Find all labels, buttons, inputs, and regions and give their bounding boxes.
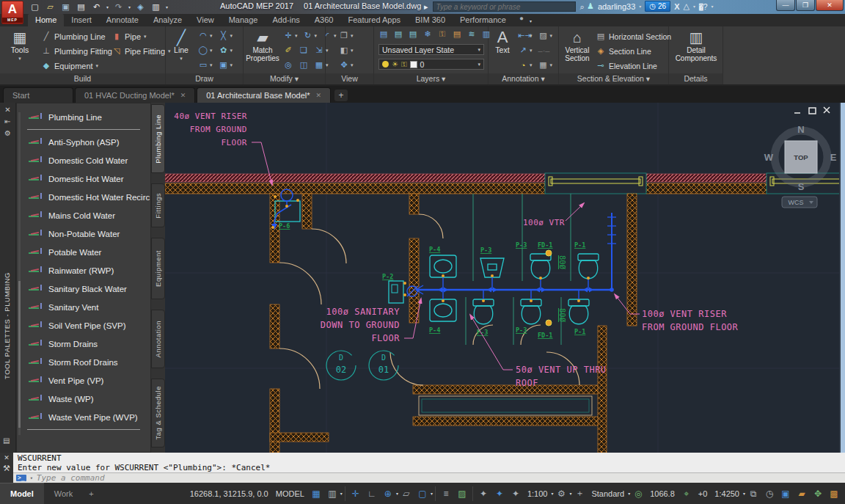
notification-badge[interactable]: ◷26 (645, 1, 670, 12)
viewport-scale[interactable]: 1:4250 (711, 489, 743, 498)
signed-in-user[interactable]: adarling33 (598, 2, 635, 11)
isolate-objects-icon[interactable]: ◎ (631, 486, 645, 501)
redo-icon[interactable]: ↷ (113, 2, 124, 12)
palette-tab-equipment[interactable]: Equipment (151, 238, 165, 299)
undo-icon[interactable]: ↶ (91, 2, 102, 12)
palette-tab-annotation[interactable]: Annotation (151, 310, 165, 368)
doc-close-icon[interactable] (824, 107, 830, 113)
open-in-desktop-icon[interactable]: ▩ (827, 486, 841, 501)
palette-item-non-potable[interactable]: Non-Potable Water (17, 224, 150, 243)
palette-item-storm-drains[interactable]: Storm Drains (17, 335, 150, 353)
user-dropdown[interactable]: ▾ (639, 4, 641, 9)
viewcube-south[interactable]: S (798, 181, 805, 192)
pipe-button[interactable]: ▮Pipe▾ (111, 32, 147, 41)
tab-insert[interactable]: Insert (64, 14, 99, 26)
palette-properties-icon[interactable]: ⚙ (4, 129, 11, 141)
tab-performance[interactable]: Performance (453, 14, 513, 26)
pipe-fitting-button[interactable]: ◹Pipe Fitting▾ (111, 46, 171, 56)
centerline-button[interactable]: –·– (538, 46, 549, 55)
palette-scrollbar[interactable] (18, 112, 21, 435)
plumbing-fitting-button[interactable]: ⊥Plumbing Fitting (41, 46, 112, 56)
annotation-scale-button[interactable]: ◔▾ (518, 61, 533, 70)
layer-match-icon[interactable]: ≋ (467, 29, 477, 39)
command-close-icon[interactable]: ✕ (4, 454, 10, 461)
section-line-button[interactable]: ◈Section Line (596, 46, 651, 56)
a360-icon[interactable]: △ (683, 1, 689, 11)
region-button[interactable]: ▣▾ (219, 60, 233, 70)
palette-item-plumbing-line[interactable]: Plumbing Line (17, 108, 150, 126)
hardware-accel-icon[interactable]: ▣ (778, 486, 793, 501)
replace-z-icon[interactable]: ⌖ (679, 486, 694, 501)
palette-close-icon[interactable]: ✕ (4, 106, 10, 117)
tab-view[interactable]: View (189, 14, 222, 26)
layer-make-current-icon[interactable]: ▤ (452, 29, 462, 39)
tab-featured-apps[interactable]: Featured Apps (340, 14, 408, 26)
layer-properties-icon[interactable]: ▤ (378, 29, 389, 39)
palette-item-rainwater[interactable]: Rainwater (RWP) (17, 261, 150, 280)
graphics-performance-icon[interactable]: ⧉ (746, 486, 761, 501)
save-icon[interactable]: ▣ (60, 2, 71, 12)
layer-lock-icon[interactable]: ⚿ (437, 29, 447, 39)
osnap-icon[interactable]: ▢ (415, 486, 430, 501)
annotation-scale-button[interactable]: 1:100 (524, 489, 552, 498)
offset-button[interactable]: ◎ (283, 60, 293, 70)
circle-button[interactable]: ◯▾ (198, 45, 213, 55)
new-layout-button[interactable]: + (83, 483, 99, 504)
trusted-autoloader-icon[interactable]: ▰ (794, 486, 809, 501)
mirror-button[interactable]: ◫ (299, 60, 309, 70)
command-input-row[interactable]: >_ ▾ Type a command (13, 472, 845, 483)
layer-on-icon[interactable] (382, 61, 389, 67)
model-tab[interactable]: Model (0, 483, 44, 504)
new-file-icon[interactable]: ▢ (29, 2, 40, 12)
palette-item-anti-syphon[interactable]: Anti-Syphon (ASP) (17, 133, 150, 151)
panel-label-build[interactable]: Build (0, 73, 165, 84)
tools-button[interactable]: ▦ Tools▾ (3, 29, 37, 62)
standard-dropdown[interactable]: Standard (588, 489, 628, 498)
canvas-scrollbar[interactable] (839, 103, 845, 453)
drawing-canvas[interactable]: P-6 P-2 P-4 P-3 P-3 FD-1 P-1 P-4 P-3 P-3… (165, 103, 845, 453)
annotation-monitor-plus-icon[interactable]: ＋ (572, 486, 587, 501)
horizontal-section-button[interactable]: ▤Horizontal Section (596, 32, 671, 41)
tab-addins[interactable]: Add-ins (265, 14, 307, 26)
exchange-apps-icon[interactable]: X (674, 2, 679, 11)
workspace-gear-icon[interactable]: ⚙ (554, 486, 568, 501)
palette-item-potable[interactable]: Potable Water (17, 243, 150, 261)
viewcube-east[interactable]: E (830, 152, 837, 163)
isodraft-icon[interactable]: ▱ (399, 486, 414, 501)
layer-freeze-icon[interactable]: ❄ (422, 29, 433, 39)
rectangle-button[interactable]: ▭▾ (198, 60, 213, 70)
vertical-section-button[interactable]: ⌂ Vertical Section (560, 29, 594, 62)
tab-annotate[interactable]: Annotate (99, 14, 146, 26)
tab-a360[interactable]: A360 (307, 14, 341, 26)
clock-icon[interactable]: ◷ (762, 486, 777, 501)
viewcube-west[interactable]: W (764, 152, 774, 163)
lineweight-icon[interactable]: ≡ (439, 486, 453, 501)
share-icon[interactable]: ✥ (811, 486, 825, 501)
palette-tab-fittings[interactable]: Fittings (151, 183, 165, 227)
palette-item-sanitary-vent[interactable]: Sanitary Vent (17, 298, 150, 316)
panel-label-draw[interactable]: Draw (166, 73, 243, 84)
leader-button[interactable]: ↗▾ (518, 45, 533, 55)
table-button[interactable]: ▦▾ (538, 60, 553, 70)
erase-button[interactable]: ✐ (283, 45, 293, 55)
osnap-dropdown[interactable]: ▾ (431, 491, 433, 496)
layer-isolate-icon[interactable]: ▤ (408, 29, 418, 39)
palette-item-domestic-cold[interactable]: Domestic Cold Water (17, 151, 150, 169)
search-binoculars-icon[interactable]: ⌕ (580, 2, 585, 12)
open-file-icon[interactable]: ▱ (45, 2, 56, 12)
tab-bim360[interactable]: BIM 360 (408, 14, 453, 26)
file-tab-architectural[interactable]: 01 Architectural Base Model*✕ (197, 87, 331, 103)
polar-tracking-icon[interactable]: ⊕ (381, 486, 395, 501)
snap-icon[interactable]: ▥ (325, 486, 340, 501)
dynamic-input-icon[interactable]: ✛ (348, 486, 363, 501)
tab-home[interactable]: Home (28, 14, 64, 26)
panel-label-annotation[interactable]: Annotation ▾ (489, 73, 558, 84)
wipeout-button[interactable]: ▨▾ (538, 31, 553, 40)
file-tab-hvac[interactable]: 01 HVAC Ducting Model*✕ (75, 87, 195, 103)
copy-button[interactable]: ❏ (299, 45, 309, 55)
text-button[interactable]: A Text (491, 29, 513, 54)
annotation-visibility-icon[interactable]: ✦ (476, 486, 491, 501)
application-menu-button[interactable]: A MEP (1, 1, 23, 24)
doc-restore-icon[interactable] (809, 108, 816, 114)
qat-customize-dropdown[interactable]: ▾ (166, 4, 168, 10)
